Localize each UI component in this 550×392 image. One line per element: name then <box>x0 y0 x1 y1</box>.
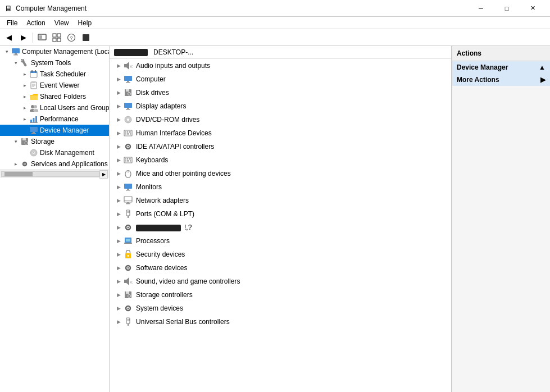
device-item[interactable]: ▶Disk drives <box>110 86 451 99</box>
svg-marker-44 <box>126 62 129 70</box>
center-panel-header: DESKTOP-... <box>110 46 451 59</box>
close-button[interactable]: ✕ <box>520 0 546 17</box>
device-item[interactable]: ▶Computer <box>110 72 451 86</box>
toolbar-back[interactable]: ◀ <box>2 31 16 44</box>
device-label: Computer <box>136 75 166 83</box>
device-item[interactable]: ▶Software devices <box>110 261 451 275</box>
svg-rect-83 <box>126 203 130 204</box>
tree-item-services-apps[interactable]: ▸Services and Applications <box>0 158 109 170</box>
minimize-button[interactable]: ─ <box>468 0 494 17</box>
left-panel: ▾Computer Management (Local▾System Tools… <box>0 46 110 392</box>
device-expand-icon: ▶ <box>114 184 123 190</box>
tree-item-system-tools[interactable]: ▾System Tools <box>0 57 109 69</box>
svg-rect-48 <box>126 82 130 83</box>
device-item[interactable]: ▶Storage controllers <box>110 288 451 302</box>
tree-item-label: Disk Management <box>40 149 94 157</box>
device-item[interactable]: ▶Universal Serial Bus controllers <box>110 315 451 329</box>
device-label: Mice and other pointing devices <box>136 170 231 177</box>
tree-item-event-viewer[interactable]: ▸Event Viewer <box>0 80 109 91</box>
redacted-text-bar <box>136 225 181 231</box>
svg-rect-52 <box>124 103 132 108</box>
toolbar-show-hide-console[interactable] <box>35 31 49 44</box>
title-bar: 🖥 Computer Management ─ □ ✕ <box>0 0 550 17</box>
horizontal-scrollbar[interactable] <box>1 171 99 177</box>
svg-rect-78 <box>127 189 129 190</box>
device-label: IDE ATA/ATAPI controllers <box>136 143 214 151</box>
svg-rect-74 <box>130 161 131 162</box>
tree-item-label: Shared Folders <box>40 93 86 101</box>
menu-view[interactable]: View <box>50 18 74 28</box>
tree-item-storage[interactable]: ▾Storage <box>0 136 109 147</box>
menu-help[interactable]: Help <box>74 18 97 28</box>
device-expand-icon: ▶ <box>114 238 123 244</box>
device-expand-icon: ▶ <box>114 319 123 325</box>
device-icon <box>123 263 133 273</box>
device-icon <box>123 249 133 259</box>
toolbar-extra[interactable] <box>79 31 93 44</box>
device-item[interactable]: ▶DVD/CD-ROM drives <box>110 113 451 126</box>
svg-rect-29 <box>33 118 35 122</box>
svg-rect-23 <box>30 95 38 100</box>
tree-item-icon <box>11 47 20 56</box>
svg-rect-1 <box>39 35 42 39</box>
toolbar-forward[interactable]: ▶ <box>17 31 30 44</box>
device-item[interactable]: ▶Display adapters <box>110 99 451 113</box>
device-item[interactable]: ▶System devices <box>110 302 451 315</box>
device-icon <box>123 115 133 125</box>
device-expand-icon: ▶ <box>114 130 123 136</box>
svg-rect-64 <box>130 134 131 135</box>
svg-rect-73 <box>127 161 129 162</box>
left-scrollbar-area[interactable]: ▶ <box>0 170 109 178</box>
device-item[interactable]: ▶)))Audio inputs and outputs <box>110 59 451 72</box>
tree-item-local-users[interactable]: ▸Local Users and Groups <box>0 102 109 113</box>
toolbar-help[interactable]: ? <box>65 31 78 44</box>
menu-file[interactable]: File <box>2 18 22 28</box>
device-item[interactable]: ▶Network adapters <box>110 194 451 207</box>
device-expand-icon: ▶ <box>114 252 123 257</box>
svg-rect-10 <box>15 53 17 54</box>
svg-rect-87 <box>128 216 129 218</box>
scroll-right-button[interactable]: ▶ <box>99 170 108 179</box>
device-item[interactable]: ▶Human Interface Devices <box>110 126 451 140</box>
tree-item-performance[interactable]: ▸Performance <box>0 113 109 125</box>
device-expand-icon: ▶ <box>114 63 123 69</box>
svg-rect-58 <box>125 131 126 133</box>
tree-item-shared-folders[interactable]: ▸Shared Folders <box>0 91 109 102</box>
device-label: Disk drives <box>136 89 169 97</box>
device-item[interactable]: ▶Keyboards <box>110 153 451 167</box>
device-item[interactable]: ▶Ports (COM & LPT) <box>110 207 451 221</box>
device-label: Human Interface Devices <box>136 129 212 137</box>
device-item[interactable]: ▶)))Sound, video and game controllers <box>110 275 451 288</box>
tree-item-icon <box>29 148 38 157</box>
maximize-button[interactable]: □ <box>494 0 520 17</box>
device-item[interactable]: ▶Mice and other pointing devices <box>110 167 451 180</box>
tree-item-icon <box>20 137 29 146</box>
right-panel: Actions Device Manager ▲ More Actions ▶ <box>452 46 550 392</box>
device-item[interactable]: ▶!,? <box>110 221 451 234</box>
svg-rect-36 <box>22 138 26 140</box>
svg-point-104 <box>128 308 129 309</box>
tree-item-disk-management[interactable]: Disk Management <box>0 147 109 158</box>
device-item[interactable]: ▶IDE ATA/ATAPI controllers <box>110 140 451 153</box>
menu-action[interactable]: Action <box>22 18 49 28</box>
tree-item-device-manager[interactable]: Device Manager <box>0 125 109 136</box>
device-icon <box>123 195 133 206</box>
device-item[interactable]: ▶Processors <box>110 234 451 248</box>
device-label: Network adapters <box>136 197 189 204</box>
svg-rect-54 <box>126 109 130 110</box>
tree-item-label: Local Users and Groups <box>40 104 110 112</box>
device-icon <box>123 74 133 84</box>
device-label: Audio inputs and outputs <box>136 62 210 70</box>
svg-rect-2 <box>53 34 56 37</box>
action-section-more-actions[interactable]: More Actions ▶ <box>452 74 550 86</box>
device-item[interactable]: ▶Security devices <box>110 248 451 261</box>
tree-item-label: Computer Management (Local <box>22 48 110 56</box>
device-label: Security devices <box>136 250 185 258</box>
svg-rect-71 <box>130 158 131 159</box>
device-icon <box>123 236 133 246</box>
action-section-device-manager[interactable]: Device Manager ▲ <box>452 61 550 74</box>
toolbar-grid[interactable] <box>50 31 63 44</box>
tree-item-task-scheduler[interactable]: ▸Task Scheduler <box>0 69 109 80</box>
tree-item-computer-management[interactable]: ▾Computer Management (Local <box>0 46 109 57</box>
device-item[interactable]: ▶Monitors <box>110 180 451 194</box>
